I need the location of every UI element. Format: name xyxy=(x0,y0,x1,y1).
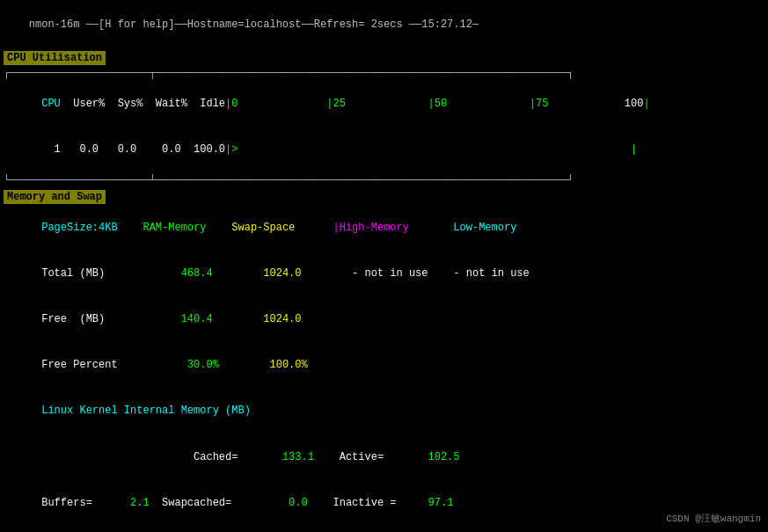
cpu-data-row: 1 0.0 0.0 0.0 100.0|> | xyxy=(4,128,764,173)
cpu-header-label: CPU Utilisation xyxy=(4,51,106,65)
cpu-border-top: ┌──────────────────────┬────────────────… xyxy=(4,66,764,81)
kernel-mem-dirty: Dirty = 0.0 Writeback = 0.0 Mapped = 25.… xyxy=(4,527,764,533)
memory-total-row: Total (MB) 468.4 1024.0 - not in use - n… xyxy=(4,251,764,296)
memory-free-row: Free (MB) 140.4 1024.0 xyxy=(4,297,764,343)
terminal-screen: nmon-16m ──[H for help]──Hostname=localh… xyxy=(0,0,768,532)
kernel-mem-cached: Cached= 133.1 Active= 102.5 xyxy=(4,434,764,480)
memory-section: Memory and Swap PageSize:4KB RAM-Memory … xyxy=(4,188,764,532)
cpu-section: CPU Utilisation ┌──────────────────────┬… xyxy=(4,49,764,188)
cpu-col-headers: CPU User% Sys% Wait% Idle|0 |25 |50 |75 … xyxy=(4,82,764,128)
kernel-mem-buffers: Buffers= 2.1 Swapcached= 0.0 Inactive = … xyxy=(4,480,764,526)
memory-header-label: Memory and Swap xyxy=(4,190,106,204)
memory-col-headers: PageSize:4KB RAM-Memory Swap-Space |High… xyxy=(4,205,764,251)
title-text: nmon-16m ──[H for help]──Hostname=localh… xyxy=(29,18,479,31)
memory-section-header: Memory and Swap xyxy=(4,188,764,205)
kernel-memory-header: Linux Kernel Internal Memory (MB) xyxy=(4,389,764,434)
title-bar: nmon-16m ──[H for help]──Hostname=localh… xyxy=(4,2,764,49)
watermark: CSDN @汪敏wangmin xyxy=(666,512,761,525)
cpu-border-bot: └──────────────────────┴────────────────… xyxy=(4,173,764,188)
memory-freepct-row: Free Percent 30.0% 100.0% xyxy=(4,343,764,389)
cpu-section-header: CPU Utilisation xyxy=(4,49,764,66)
